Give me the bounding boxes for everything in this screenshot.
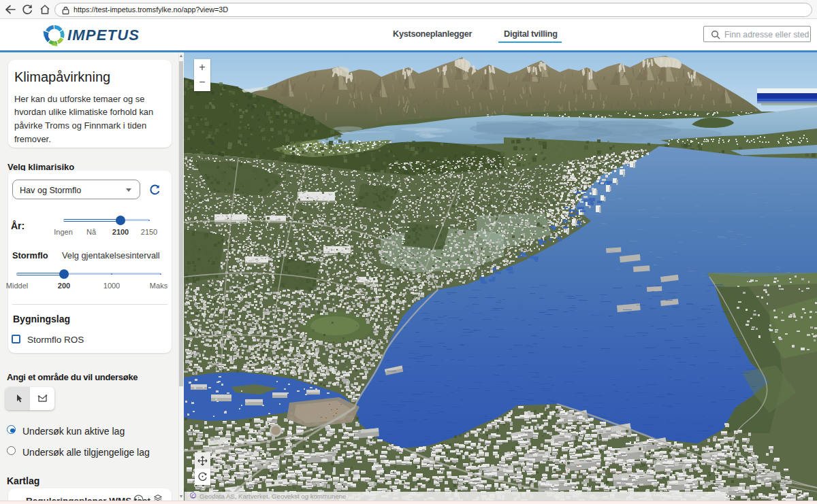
svg-text:IMPETUS: IMPETUS bbox=[67, 27, 140, 44]
